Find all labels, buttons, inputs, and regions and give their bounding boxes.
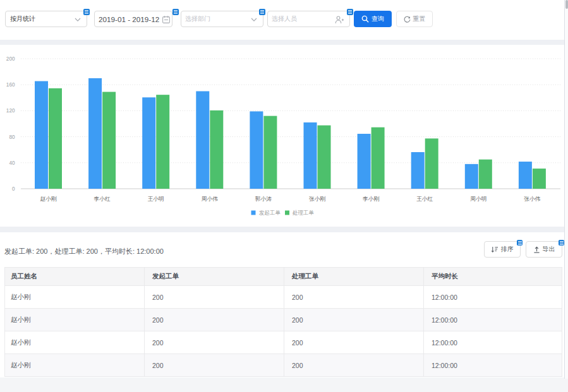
svg-text:周小伟: 周小伟: [202, 196, 218, 202]
svg-text:发起工单: 发起工单: [259, 210, 281, 216]
svg-text:张小刚: 张小刚: [309, 196, 325, 202]
svg-text:80: 80: [9, 134, 15, 140]
svg-text:王小明: 王小明: [148, 196, 164, 202]
svg-text:处理工单: 处理工单: [293, 210, 315, 216]
svg-text:赵小刚: 赵小刚: [40, 196, 56, 202]
svg-text:王小红: 王小红: [416, 196, 433, 202]
svg-text:40: 40: [9, 160, 15, 166]
svg-text:李小红: 李小红: [94, 196, 111, 202]
svg-text:李小刚: 李小刚: [363, 196, 379, 202]
svg-text:120: 120: [6, 108, 15, 114]
svg-text:周小明: 周小明: [470, 196, 486, 202]
svg-text:张小伟: 张小伟: [524, 196, 540, 202]
svg-text:200: 200: [6, 56, 15, 62]
svg-text:0: 0: [12, 186, 15, 192]
svg-text:160: 160: [6, 82, 15, 88]
svg-text:郭小涛: 郭小涛: [255, 196, 272, 202]
